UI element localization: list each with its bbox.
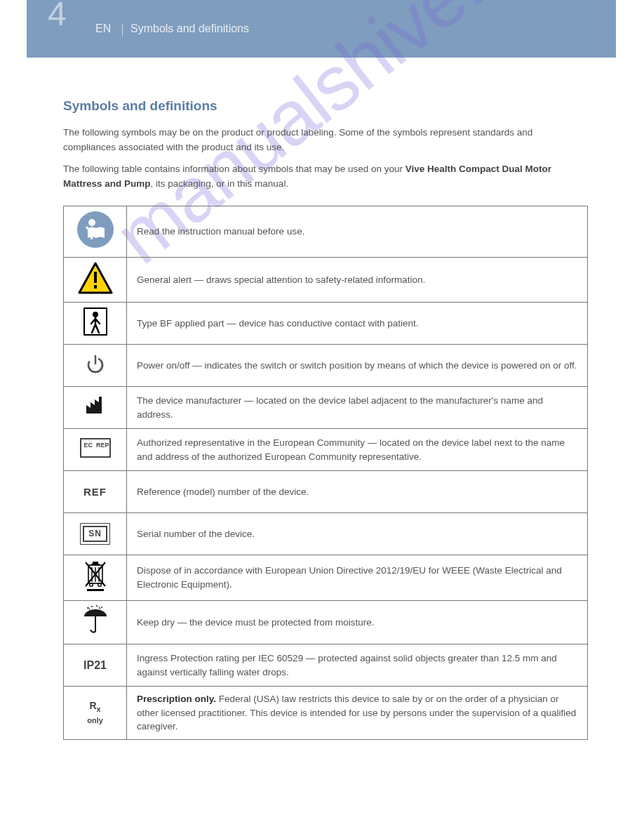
rx-strong: Prescription only. <box>137 694 216 704</box>
table-row: REF Reference (model) number of the devi… <box>64 471 588 513</box>
caution-icon <box>64 257 127 303</box>
table-row: Keep dry — the device must be protected … <box>64 600 588 644</box>
read-manual-icon <box>64 206 127 258</box>
ec-rep-icon: EC REP <box>64 429 127 471</box>
svg-point-1 <box>88 219 95 226</box>
svg-point-22 <box>101 607 102 608</box>
row-desc: Read the instruction manual before use. <box>127 206 588 258</box>
intro-p2-suffix: , its packaging, or in this manual. <box>151 178 289 189</box>
page-number: 4 <box>48 0 65 33</box>
svg-point-20 <box>91 606 93 607</box>
row-desc: Dispose of in accordance with European U… <box>127 555 588 601</box>
table-row: Dispose of in accordance with European U… <box>64 555 588 601</box>
svg-line-24 <box>99 607 100 609</box>
table-row: Power on/off — indicates the switch or s… <box>64 345 588 387</box>
type-bf-icon <box>64 303 127 345</box>
row-desc: The device manufacturer — located on the… <box>127 387 588 429</box>
svg-line-23 <box>88 607 90 610</box>
intro-para-1: The following symbols may be on the prod… <box>63 126 588 155</box>
row-desc: Reference (model) number of the device. <box>127 471 588 513</box>
table-row: Read the instruction manual before use. <box>64 206 588 258</box>
manufacturer-icon <box>64 387 127 429</box>
ip-rating-icon: IP21 <box>64 644 127 687</box>
row-desc: Keep dry — the device must be protected … <box>127 600 588 644</box>
keep-dry-icon <box>64 600 127 644</box>
header-divider <box>122 24 123 37</box>
table-row: Rxonly Prescription only. Federal (USA) … <box>64 687 588 740</box>
svg-rect-17 <box>87 589 104 591</box>
row-desc: Prescription only. Federal (USA) law res… <box>127 687 588 740</box>
symbols-table: Read the instruction manual before use. … <box>63 206 588 740</box>
page-header: 4 EN Symbols and definitions <box>27 0 616 58</box>
table-row: EC REP Authorized representative in the … <box>64 429 588 471</box>
header-lang: EN <box>95 22 111 35</box>
intro-para-2: The following table contains information… <box>63 162 588 192</box>
table-row: SN Serial number of the device. <box>64 513 588 555</box>
row-desc: Type BF applied part — device has conduc… <box>127 303 588 345</box>
row-desc: Serial number of the device. <box>127 513 588 555</box>
svg-rect-3 <box>94 285 97 289</box>
header-title: Symbols and definitions <box>130 22 249 35</box>
table-row: Type BF applied part — device has conduc… <box>64 303 588 345</box>
rx-only-icon: Rxonly <box>64 687 127 740</box>
svg-rect-2 <box>94 272 97 283</box>
table-row: The device manufacturer — located on the… <box>64 387 588 429</box>
table-row: IP21 Ingress Protection rating per IEC 6… <box>64 644 588 687</box>
intro-p2-prefix: The following table contains information… <box>63 164 405 174</box>
intro-block: Symbols and definitions The following sy… <box>63 95 588 199</box>
serial-number-icon: SN <box>64 513 127 555</box>
ref-icon: REF <box>64 471 127 513</box>
row-desc: Authorized representative in the Europea… <box>127 429 588 471</box>
weee-icon <box>64 555 127 601</box>
row-desc: Power on/off — indicates the switch or s… <box>127 345 588 387</box>
svg-point-13 <box>89 583 93 587</box>
section-title: Symbols and definitions <box>63 95 588 116</box>
svg-point-14 <box>98 583 101 587</box>
table-row: General alert — draws special attention … <box>64 257 588 303</box>
svg-point-21 <box>96 605 98 607</box>
row-desc: General alert — draws special attention … <box>127 257 588 303</box>
power-icon <box>64 345 127 387</box>
row-desc: Ingress Protection rating per IEC 60529 … <box>127 644 588 687</box>
